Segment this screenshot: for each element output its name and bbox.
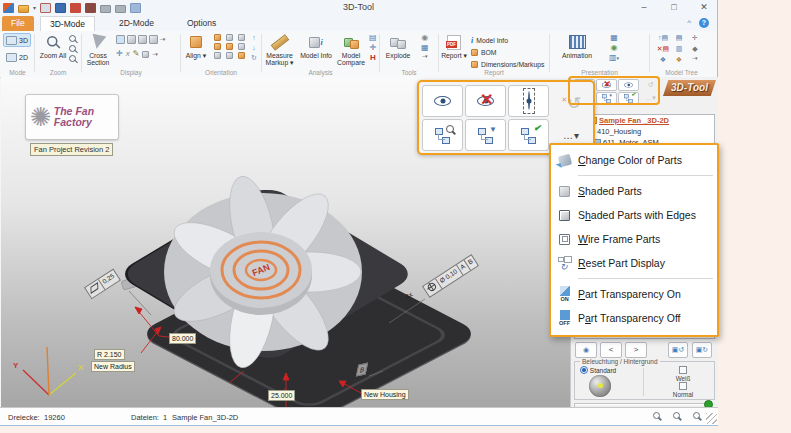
zoom-out-icon[interactable] (69, 55, 77, 63)
menu-item-reset-display[interactable]: Reset Part Display (551, 251, 717, 275)
hide-part-icon[interactable] (596, 79, 617, 91)
tree-move-icon[interactable]: ✛ (692, 34, 698, 45)
show-part-button[interactable] (422, 85, 463, 117)
tab-options[interactable]: Options (178, 16, 225, 31)
tree-expand-icon[interactable]: ↑▤ (658, 34, 668, 45)
rotate-up-icon[interactable]: ↑ (252, 34, 256, 42)
default-view-button[interactable]: ◉ (575, 342, 597, 358)
tree-filter-icon[interactable]: ▼ (596, 92, 617, 104)
show-only-icon[interactable] (618, 79, 639, 91)
view-iso1-icon[interactable] (238, 34, 245, 41)
rotate-cw-icon[interactable]: ↻ (251, 54, 257, 62)
tree-check-icon: ✔ (520, 128, 537, 143)
pick-color-icon[interactable]: ◉ (421, 34, 428, 42)
zoom-in-icon[interactable] (69, 45, 77, 53)
tree-delete-icon[interactable]: ✕▤ (657, 45, 669, 56)
align-button[interactable]: Align ▾ (182, 33, 210, 59)
help-icon[interactable]: ? (699, 18, 709, 28)
zoom-out-status-icon[interactable] (672, 411, 682, 421)
display-shaded-toggle[interactable] (116, 35, 125, 44)
zoom-all-button[interactable]: Zoom All (36, 33, 70, 59)
restore-view-button[interactable]: ▣↻ (692, 342, 712, 358)
view-iso2-icon[interactable] (238, 43, 245, 50)
video-save-icon[interactable]: ▥▾ (609, 54, 619, 62)
mode-2d-button[interactable]: 2D (3, 50, 31, 64)
white-checkbox[interactable] (679, 366, 687, 374)
tab-2d-mode[interactable]: 2D-Mode (110, 16, 163, 31)
hide-part-button[interactable] (465, 85, 506, 117)
report-button[interactable]: Report ▾ (440, 33, 468, 59)
parts-toggle-icon[interactable] (142, 51, 149, 58)
display-shaded-edges-toggle[interactable] (127, 35, 136, 44)
view-bottom-icon[interactable] (226, 52, 233, 59)
tree-select-icon[interactable]: ❖ (660, 56, 666, 67)
display-transparent-toggle[interactable] (149, 35, 158, 44)
zoom-window-icon[interactable] (69, 35, 77, 43)
tools-dropdown-icon[interactable]: –▾ (422, 54, 427, 59)
view-top-icon[interactable] (214, 52, 221, 59)
axes-toggle-icon[interactable]: ✛ (116, 50, 123, 58)
tree-collapse-icon[interactable]: ▤ (676, 34, 683, 45)
grid-icon[interactable]: ▦ (421, 44, 429, 52)
tree-row-root[interactable]: Sample Fan _3D-2D (575, 115, 714, 126)
draft-angle-icon[interactable]: ✛ (369, 44, 376, 52)
tree-color-icon[interactable]: ❖ (676, 56, 682, 67)
display-wireframe-toggle[interactable] (138, 35, 147, 44)
wall-thickness-icon[interactable]: H (370, 54, 376, 62)
menu-item-transparency-off[interactable]: OFF Part Transparency Off (551, 306, 717, 330)
display-dropdown-icon[interactable]: –▾ (160, 37, 165, 42)
show-only-selected-button[interactable] (508, 85, 549, 117)
measure-markup-button[interactable]: MeasureMarkup ▾ (263, 33, 296, 66)
tab-3d-mode[interactable]: 3D-Mode (40, 16, 95, 31)
zoom-fit-icon[interactable] (652, 411, 662, 421)
triangles-label: Dreiecke: (8, 413, 40, 422)
view-iso3-icon[interactable] (238, 52, 245, 59)
mode-3d-button[interactable]: 3D (3, 33, 31, 47)
view-left-icon[interactable] (214, 43, 221, 50)
annotation-toggle-icon[interactable]: ✎ (133, 50, 140, 58)
save-view-button[interactable]: ▣↺ (668, 342, 688, 358)
tree-check-icon[interactable]: ✔ (618, 92, 639, 104)
view-right-icon[interactable] (226, 43, 233, 50)
close-button[interactable]: ✕ (697, 0, 711, 15)
tree-search-button[interactable] (422, 119, 463, 151)
grid-table-icon[interactable]: ▤ (369, 34, 377, 42)
standard-radio[interactable] (580, 366, 588, 374)
lighting-sphere[interactable] (589, 375, 611, 397)
view-back-icon[interactable] (226, 34, 233, 41)
prev-view-button[interactable]: < (600, 342, 622, 358)
zoom-in-status-icon[interactable] (692, 411, 702, 421)
tree-filter-button[interactable]: ▼ (465, 119, 506, 151)
coordinate-toggle-icon[interactable]: x (126, 50, 130, 58)
normal-checkbox[interactable] (679, 382, 687, 390)
report-model-info-button[interactable]: iModel Info (471, 34, 544, 46)
tab-file[interactable]: File (2, 16, 34, 31)
zoom-small-buttons (69, 35, 77, 63)
report-bom-button[interactable]: BOM (471, 46, 544, 58)
collapse-ribbon-icon[interactable]: ^ (687, 18, 691, 28)
resize-grip[interactable] (706, 413, 717, 424)
menu-item-wireframe[interactable]: Wire Frame Parts (551, 227, 717, 251)
tree-list-icon[interactable]: ▥ (676, 45, 683, 56)
menu-item-transparency-on[interactable]: ON Part Transparency On (551, 282, 717, 306)
tree-check-button[interactable]: ✔ (508, 119, 549, 151)
maximize-button[interactable]: □ (667, 0, 681, 15)
menu-item-shaded[interactable]: Shaded Parts (551, 179, 717, 203)
camera-path-icon[interactable]: ◉ (611, 44, 618, 52)
model-compare-button[interactable]: ModelCompare (335, 33, 367, 66)
tree-dropdown-icon[interactable]: –▾ (692, 56, 697, 67)
menu-item-change-color[interactable]: Change Color of Parts (551, 148, 717, 172)
menu-item-shaded-edges[interactable]: Shaded Parts with Edges (551, 203, 717, 227)
model-info-button[interactable]: i Model Info (299, 33, 333, 59)
tile-views-icon[interactable]: ▦ (610, 34, 618, 42)
view-front-icon[interactable] (214, 34, 221, 41)
next-view-button[interactable]: > (625, 342, 647, 358)
tree-row-housing[interactable]: 410_Housing (575, 126, 714, 137)
explode-button[interactable]: Explode (381, 33, 415, 59)
rotate-down-icon[interactable]: ↓ (252, 44, 256, 52)
tree-more-icon[interactable]: …▾ (640, 92, 661, 104)
cross-section-button[interactable]: CrossSection (83, 33, 113, 66)
display-dropdown2-icon[interactable]: –▾ (152, 52, 157, 57)
animation-button[interactable]: Animation (557, 33, 597, 59)
minimize-button[interactable]: – (637, 0, 651, 15)
